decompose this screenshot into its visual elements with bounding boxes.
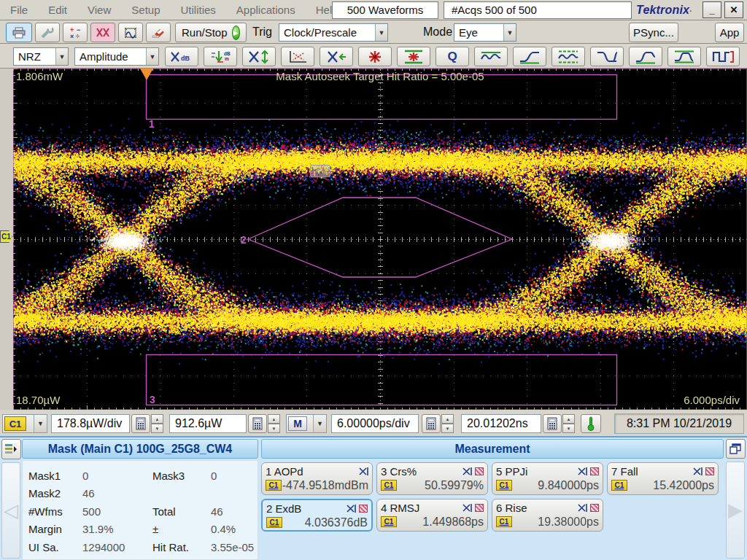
measurement-row-2: 2 ExdB C14.036376dB 4 RMSJ C11.449868ps …	[261, 499, 724, 532]
vertical-offset-keypad-button[interactable]	[248, 414, 267, 433]
spin-up-icon[interactable]: ▲	[441, 414, 454, 424]
results-panel: ◁ Mask (Main C1) 100G_25G8_CW4 Mask10Mas…	[0, 438, 747, 560]
measurement-name: 6 Rise	[496, 502, 578, 514]
hit-marker-button[interactable]	[358, 47, 392, 66]
scroll-left-button[interactable]: ◁	[1, 462, 20, 559]
math-select-dropdown[interactable]: M ▼	[286, 414, 327, 433]
dbm-levels-button[interactable]: dBm	[204, 47, 237, 66]
minimize-button[interactable]: _	[703, 1, 721, 18]
close-button[interactable]: ✕	[724, 1, 743, 18]
spin-up-icon[interactable]: ▲	[562, 414, 575, 424]
calculator-icon	[547, 417, 558, 430]
measurement-cell-rmsj[interactable]: 4 RMSJ C11.449868ps	[376, 499, 488, 532]
vertical-scale-keypad-button[interactable]	[131, 414, 150, 433]
trigger-source-dropdown[interactable]: Clock/Prescale ▼	[279, 23, 388, 42]
app-button[interactable]: App	[715, 23, 744, 42]
stat-label: Total	[152, 505, 211, 518]
wave-fall-pulse-button[interactable]	[590, 47, 624, 66]
right-side-column: ▶	[724, 438, 747, 560]
run-stop-button[interactable]: Run/Stop ▶	[175, 23, 247, 42]
spin-down-icon[interactable]: ▼	[151, 424, 163, 433]
measurement-name: 5 PPJi	[496, 465, 578, 478]
scroll-right-button[interactable]: ▶	[726, 462, 745, 559]
channel-chip: C1	[4, 416, 26, 431]
math-button[interactable]: +−×÷	[63, 23, 88, 42]
spin-down-icon[interactable]: ▼	[441, 424, 454, 433]
mask-hits-icon	[590, 467, 599, 475]
erase-button[interactable]	[146, 23, 171, 42]
mask-results-header[interactable]: Mask (Main C1) 100G_25G8_CW4	[22, 439, 258, 459]
wave-sine-top-button[interactable]	[474, 47, 508, 66]
horizontal-scale-spinner[interactable]: ▲▼	[441, 414, 454, 433]
waveform-window-button[interactable]	[118, 23, 143, 42]
measurement-header-label: Measurement	[454, 443, 530, 456]
measurement-name: 3 Crs%	[381, 465, 462, 478]
mask-hits-icon	[475, 504, 484, 512]
spin-down-icon[interactable]: ▼	[268, 424, 280, 433]
panel-toggle-button[interactable]	[1, 439, 21, 459]
probe-setup-button[interactable]	[35, 23, 60, 42]
eye-diagram-canvas[interactable]	[13, 69, 747, 410]
menu-file[interactable]: File	[0, 4, 38, 16]
horizontal-scale-field[interactable]: 6.00000ps/div	[331, 414, 419, 433]
float-window-button[interactable]	[726, 439, 746, 459]
stat-label: Hit Rat.	[152, 541, 211, 553]
wave-rise-button[interactable]	[513, 47, 546, 66]
measurement-cell-fall[interactable]: 7 Fall C115.42000ps	[607, 462, 719, 495]
spin-up-icon[interactable]: ▲	[268, 414, 280, 424]
menu-utilities[interactable]: Utilities	[170, 4, 225, 16]
menu-applications[interactable]: Applications	[226, 4, 306, 16]
mode-dropdown[interactable]: Eye ▼	[454, 23, 516, 42]
spin-down-icon[interactable]: ▼	[562, 424, 575, 433]
pulse-train-button[interactable]	[706, 47, 740, 66]
measurement-cell-crs[interactable]: 3 Crs% C150.59979%	[376, 462, 488, 495]
measurement-cell-exdb[interactable]: 2 ExdB C14.036376dB	[261, 499, 373, 532]
stat-value: 3.55e-05	[211, 541, 258, 553]
eye-vertical-measure-button[interactable]	[242, 47, 276, 66]
menu-view[interactable]: View	[77, 4, 121, 16]
q-factor-button[interactable]: Q	[436, 47, 469, 66]
eye-axis-icon	[287, 50, 308, 64]
menu-bar: File Edit View Setup Utilities Applicati…	[0, 4, 349, 16]
vertical-offset-field[interactable]: 912.6µW	[169, 414, 247, 433]
vertical-offset-spinner[interactable]: ▲▼	[268, 414, 280, 433]
spin-up-icon[interactable]: ▲	[151, 414, 163, 424]
waveform-tag[interactable]: C1	[310, 165, 330, 177]
chevron-down-icon: ▼	[503, 24, 516, 41]
wave-rise-pulse-button[interactable]	[629, 47, 662, 66]
eye-db-measure-button[interactable]: dB	[165, 47, 198, 66]
eye-align-button[interactable]	[320, 47, 353, 66]
measurement-row-1: 1 AOPd C1-474.9518mdBm 3 Crs% C150.59979…	[261, 462, 724, 495]
psync-button[interactable]: PSync...	[629, 23, 678, 42]
horizontal-scale-keypad-button[interactable]	[422, 414, 441, 433]
measure-category-dropdown[interactable]: Amplitude ▼	[74, 47, 159, 66]
measurement-cell-rise[interactable]: 6 Rise C119.38000ps	[492, 499, 603, 532]
vertical-scale-spinner[interactable]: ▲▼	[151, 414, 163, 433]
measurement-cell-aopd[interactable]: 1 AOPd C1-474.9518mdBm	[261, 462, 373, 495]
source-badge: C1	[496, 480, 512, 491]
channel-select-dropdown[interactable]: C1 ▼	[2, 414, 47, 433]
main-toolbar: +−×÷ Run/Stop ▶ Trig Clock/Prescale ▼ Mo…	[0, 20, 747, 44]
vertical-scale-field[interactable]: 178.8µW/div	[51, 414, 130, 433]
channel-c1-marker[interactable]: C1	[0, 230, 12, 243]
wave-pulse-lines-button[interactable]	[667, 47, 701, 66]
signal-type-dropdown[interactable]: NRZ ▼	[13, 47, 69, 66]
q-factor-icon: Q	[447, 50, 457, 64]
temperature-button[interactable]	[581, 414, 601, 433]
mask-test-button[interactable]	[90, 23, 115, 42]
menu-setup[interactable]: Setup	[121, 4, 170, 16]
measurement-header[interactable]: Measurement	[261, 439, 724, 459]
print-button[interactable]	[6, 23, 32, 42]
menu-edit[interactable]: Edit	[38, 4, 77, 16]
stat-value: 31.9%	[82, 523, 152, 535]
measurement-cell-ppji[interactable]: 5 PPJi C19.840000ps	[492, 462, 603, 495]
eye-axis-button[interactable]	[281, 47, 314, 66]
svg-text:×: ×	[70, 33, 74, 39]
calculator-icon	[252, 417, 263, 430]
hit-marker-lines-button[interactable]	[397, 47, 430, 66]
wave-sine-lines-button[interactable]	[551, 47, 585, 66]
horizontal-position-field[interactable]: 20.01202ns	[461, 414, 541, 433]
fall-pulse-icon	[596, 50, 618, 64]
horizontal-position-keypad-button[interactable]	[543, 414, 562, 433]
horizontal-position-spinner[interactable]: ▲▼	[562, 414, 575, 433]
